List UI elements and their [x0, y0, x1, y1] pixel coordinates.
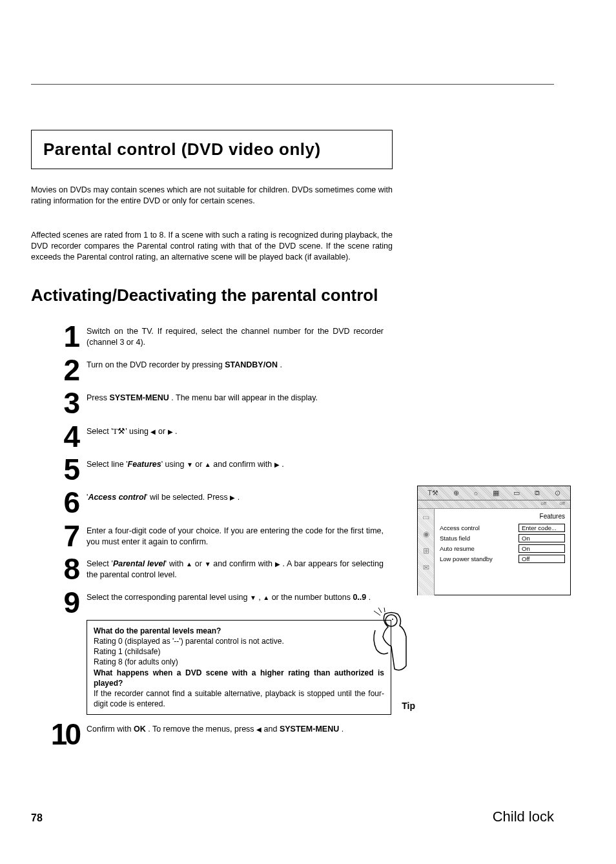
page-footer: 78 Child lock	[31, 808, 554, 825]
tip-label: Tip	[402, 700, 415, 712]
left-arrow-icon: ◀	[256, 725, 262, 734]
text: Select '	[87, 427, 113, 436]
osd-row-value: Enter code...	[518, 524, 565, 532]
text: Select the corresponding parental level …	[87, 593, 250, 602]
step-2: 2 Turn on the DVD recorder by pressing S…	[31, 355, 554, 384]
text: . The menu bar will appear in the displa…	[169, 393, 318, 402]
text: ' using	[161, 460, 187, 469]
osd-side-icon: ◉	[423, 530, 429, 539]
intro-paragraph-1: Movies on DVDs may contain scenes which …	[31, 185, 393, 207]
button-label: SYSTEM-MENU	[280, 725, 339, 734]
step-text: Select the corresponding parental level …	[79, 587, 384, 603]
page-divider	[31, 84, 554, 85]
step-number: 10	[31, 719, 79, 748]
osd-body: ▭ ◉ ⊞ ✉ Features Access control Enter co…	[418, 509, 570, 595]
osd-screenshot: T⚒ ⊕ ○ ▦ ▭ ⧉ ⊙ off off ▭ ◉ ⊞ ✉ Features …	[417, 486, 571, 595]
text: .	[173, 427, 178, 436]
text: or	[192, 559, 205, 568]
page-number: 78	[31, 812, 43, 824]
step-number: 1	[31, 321, 79, 350]
osd-icon: ⧉	[535, 489, 540, 497]
step-text: Select 'T⚒' using ◀ or ▶ .	[79, 421, 384, 437]
osd-row: Status field On	[440, 534, 565, 542]
up-arrow-icon: ▲	[186, 560, 192, 569]
svg-point-1	[392, 619, 393, 620]
step-text: Press SYSTEM-MENU . The menu bar will ap…	[79, 387, 384, 404]
intro-paragraph-2: Affected scenes are rated from 1 to 8. I…	[31, 230, 393, 263]
wrench-icon: T⚒	[113, 427, 126, 436]
step-text: Confirm with OK . To remove the menus, p…	[79, 719, 384, 735]
text: or	[193, 460, 205, 469]
step-number: 9	[31, 587, 79, 616]
osd-icon: ▭	[513, 489, 520, 497]
section-heading: Activating/Deactivating the parental con…	[31, 285, 554, 305]
osd-icon: ⊕	[453, 489, 459, 497]
step-text: Turn on the DVD recorder by pressing STA…	[79, 355, 384, 371]
step-number: 8	[31, 553, 79, 582]
svg-point-0	[385, 615, 397, 626]
step-text: Select line 'Features' using ▼ or ▲ and …	[79, 454, 384, 470]
osd-row-label: Access control	[440, 524, 480, 531]
text: Select '	[87, 559, 113, 568]
osd-row-label: Status field	[440, 535, 470, 542]
osd-icon: ▦	[493, 489, 499, 497]
page-title: Parental control (DVD video only)	[43, 139, 380, 159]
text: ' using	[125, 427, 150, 436]
right-arrow-icon: ▶	[274, 460, 280, 469]
step-text: Enter a four-digit code of your choice. …	[79, 520, 384, 548]
menu-item: Parental level	[113, 559, 165, 568]
text: .	[278, 360, 282, 369]
step-number: 4	[31, 421, 79, 450]
osd-row-value: On	[518, 534, 565, 542]
step-number: 7	[31, 520, 79, 550]
text: ' wil be selected. Press	[146, 493, 230, 502]
text: Confirm with	[87, 725, 134, 734]
step-4: 4 Select 'T⚒' using ◀ or ▶ .	[31, 421, 554, 450]
osd-sub-label: off	[559, 500, 565, 508]
button-label: STANDBY/ON	[225, 360, 278, 369]
step-text: 'Access control' wil be selected. Press …	[79, 487, 384, 503]
up-arrow-icon: ▲	[263, 593, 269, 602]
osd-row-label: Low power standby	[440, 555, 493, 562]
tip-answer-1b: Rating 1 (childsafe)	[94, 646, 384, 657]
text: or	[156, 427, 167, 436]
step-number: 2	[31, 355, 79, 384]
down-arrow-icon: ▼	[205, 560, 211, 569]
osd-row: Auto resume On	[440, 544, 565, 553]
text: Turn on the DVD recorder by pressing	[87, 360, 225, 369]
text: Select line '	[87, 460, 128, 469]
step-number: 6	[31, 487, 79, 516]
button-label: SYSTEM-MENU	[109, 393, 169, 402]
text: ' with	[165, 559, 186, 568]
osd-icon: T⚒	[427, 489, 438, 497]
text: Press	[87, 393, 109, 402]
tip-person-icon	[369, 608, 420, 685]
osd-sidebar: ▭ ◉ ⊞ ✉	[418, 509, 435, 595]
osd-topbar: T⚒ ⊕ ○ ▦ ▭ ⧉ ⊙	[418, 486, 570, 500]
osd-side-icon: ⊞	[423, 546, 429, 555]
step-text: Switch on the TV. If required, select th…	[79, 321, 384, 348]
osd-subbar: off off	[418, 500, 570, 509]
menu-item: Features	[128, 460, 161, 469]
text: . To remove the menus, press	[146, 725, 256, 734]
tip-answer-1c: Rating 8 (for adults only)	[94, 657, 384, 667]
menu-item: Access control	[88, 493, 146, 502]
osd-side-icon: ▭	[422, 513, 429, 522]
tip-answer-2: If the recorder cannot find a suitable a…	[94, 688, 384, 709]
osd-row-label: Auto resume	[440, 545, 475, 552]
osd-row-value: On	[518, 544, 565, 553]
step-text: Select 'Parental level' with ▲ or ▼ and …	[79, 553, 384, 581]
osd-row-value: Off	[518, 555, 565, 563]
osd-sub-label: off	[541, 500, 547, 508]
down-arrow-icon: ▼	[250, 593, 256, 602]
osd-side-icon: ✉	[423, 563, 429, 572]
step-5: 5 Select line 'Features' using ▼ or ▲ an…	[31, 454, 554, 483]
text: .	[235, 493, 240, 502]
osd-row: Access control Enter code...	[440, 524, 565, 532]
osd-main: Features Access control Enter code... St…	[435, 509, 570, 595]
osd-icon: ○	[473, 489, 478, 497]
text: .	[280, 460, 284, 469]
osd-row: Low power standby Off	[440, 555, 565, 563]
right-arrow-icon: ▶	[168, 427, 173, 437]
text: and confirm with	[211, 460, 274, 469]
